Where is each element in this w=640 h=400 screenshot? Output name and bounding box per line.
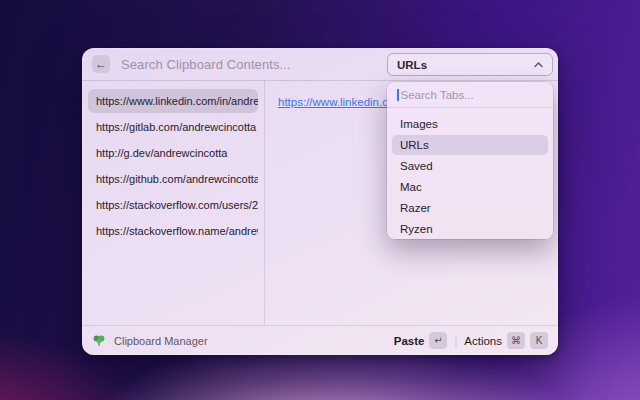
chevron-up-icon (534, 62, 543, 68)
dropdown-item-images[interactable]: Images (392, 114, 548, 134)
header: ← Search Clipboard Contents... URLs (82, 48, 558, 80)
clipboard-manager-window: ← Search Clipboard Contents... URLs http… (82, 48, 558, 355)
dropdown-item-razer[interactable]: Razer (392, 198, 548, 218)
paste-button[interactable]: Paste ↵ (394, 332, 448, 349)
list-item[interactable]: https://www.linkedin.com/in/andrew... (88, 89, 258, 113)
k-key-icon: K (530, 332, 548, 349)
back-arrow-icon: ← (95, 58, 107, 70)
actions-label: Actions (464, 335, 502, 347)
tabs-dropdown-panel: Search Tabs... Images URLs Saved Mac Raz… (387, 82, 553, 239)
paste-label: Paste (394, 335, 425, 347)
dropdown-item-mac[interactable]: Mac (392, 177, 548, 197)
filter-dropdown-trigger[interactable]: URLs (387, 53, 553, 76)
footer-bar: Clipboard Manager Paste ↵ | Actions ⌘ K (82, 325, 558, 355)
clipboard-manager-icon (92, 334, 106, 348)
clipboard-list: https://www.linkedin.com/in/andrew... ht… (82, 81, 264, 325)
list-item[interactable]: https://github.com/andrewcincotta (88, 167, 258, 191)
text-caret (397, 89, 399, 101)
footer-divider: | (454, 335, 457, 347)
dropdown-item-saved[interactable]: Saved (392, 156, 548, 176)
filter-selected-value: URLs (397, 59, 427, 71)
tabs-dropdown-items: Images URLs Saved Mac Razer Ryzen (387, 108, 553, 239)
app-name: Clipboard Manager (114, 335, 208, 347)
tabs-search-placeholder: Search Tabs... (401, 89, 474, 101)
dropdown-item-urls[interactable]: URLs (392, 135, 548, 155)
enter-key-icon: ↵ (429, 332, 447, 349)
list-item[interactable]: http://g.dev/andrewcincotta (88, 141, 258, 165)
list-item[interactable]: https://gitlab.com/andrewcincotta (88, 115, 258, 139)
actions-button[interactable]: Actions ⌘ K (464, 332, 548, 349)
list-item[interactable]: https://stackoverflow.name/andrew-... (88, 219, 258, 243)
search-input[interactable]: Search Clipboard Contents... (121, 57, 291, 72)
back-button[interactable]: ← (92, 55, 110, 73)
command-key-icon: ⌘ (507, 332, 525, 349)
list-item[interactable]: https://stackoverflow.com/users/207... (88, 193, 258, 217)
dropdown-item-ryzen[interactable]: Ryzen (392, 219, 548, 239)
tabs-search-input[interactable]: Search Tabs... (387, 82, 553, 107)
